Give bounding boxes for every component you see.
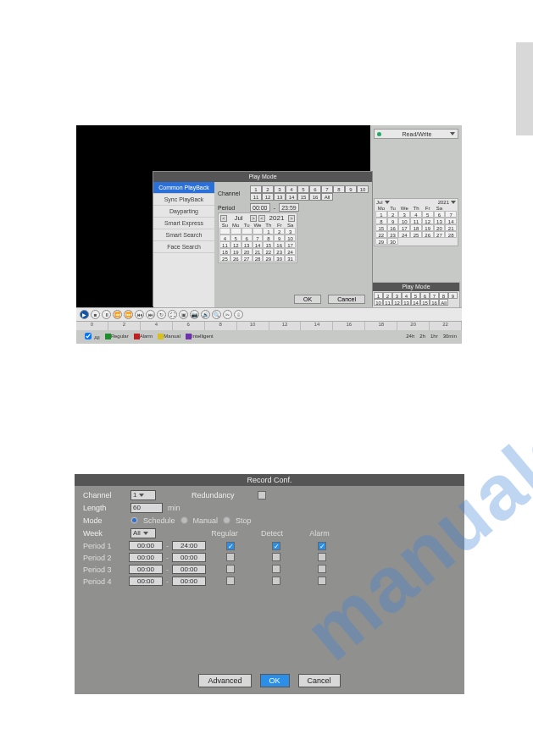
export-button[interactable]: ⇩ [234,310,243,319]
zoom-24h-button[interactable]: 24h [406,334,414,339]
prev-year-button[interactable]: < [258,215,265,222]
mode-schedule-radio[interactable] [130,516,138,524]
period2-from-input[interactable] [129,553,163,562]
length-unit: min [168,504,180,512]
period1-alarm-checkbox[interactable] [318,542,326,550]
clip-button[interactable]: ✂ [223,310,232,319]
zoom-2h-button[interactable]: 2h [419,334,425,339]
mode-stop-radio[interactable] [223,516,230,524]
next-year-button[interactable]: > [288,215,295,222]
period4-regular-checkbox[interactable] [226,577,235,585]
period4-label: Period 4 [83,577,125,586]
cancel-button[interactable]: Cancel [298,674,341,687]
period4-detect-checkbox[interactable] [272,577,280,585]
split-button[interactable]: ▣ [179,310,188,319]
channel-select[interactable]: 1 [130,490,156,500]
advanced-button[interactable]: Advanced [198,674,251,687]
channel-label: Channel [218,190,247,196]
prev-frame-button[interactable]: ⏮ [135,310,144,319]
channel-grid-small: 12345678 910111213141516 All [373,291,459,306]
zoom-30min-button[interactable]: 30min [443,334,457,339]
period2-to-input[interactable] [172,553,206,562]
mode-schedule-label: Schedule [143,516,175,525]
mode-stop-label: Stop [236,516,252,525]
playback-screenshot: Read/Write Jul 2021 Mo Tu We Th Fr Sa 12… [76,125,462,344]
next-frame-button[interactable]: ⏭ [146,310,155,319]
regular-header: Regular [203,529,246,538]
status-dot-icon [377,132,381,136]
week-select[interactable]: All [130,528,156,538]
audio-button[interactable]: 🔊 [201,310,210,319]
period4-alarm-checkbox[interactable] [318,577,326,585]
regular-swatch [105,334,111,339]
period2-label: Period 2 [83,554,125,562]
period3-alarm-checkbox[interactable] [318,565,326,573]
period-label: Period [218,205,247,211]
period-from-input[interactable]: 00:00 [250,203,270,212]
sidebar-item-smart-express[interactable]: Smart Express [153,218,214,229]
stop-button[interactable]: ■ [91,310,100,319]
zoom-1hr-button[interactable]: 1hr [430,334,438,339]
playback-controls: ▶ ■ ⏸ ⏪ ⏩ ⏮ ⏭ ↻ ⛶ ▣ 📷 🔊 🔍 ✂ ⇩ [76,307,462,321]
period2-alarm-checkbox[interactable] [318,553,326,561]
length-label: Length [83,504,125,512]
sidebar-item-sync-playback[interactable]: Sync PlayBack [153,194,214,206]
page-side-tab [516,42,533,135]
sidebar-item-smart-search[interactable]: Smart Search [153,229,214,241]
period2-regular-checkbox[interactable] [226,553,235,561]
sidebar-item-face-search[interactable]: Face Search [153,241,214,253]
dialog-main: Channel 12345678910 111213141516All Peri… [214,182,372,307]
period4-to-input[interactable] [172,577,206,586]
period2-detect-checkbox[interactable] [272,553,280,561]
cancel-button[interactable]: Cancel [328,295,365,304]
snapshot-button[interactable]: 📷 [190,310,199,319]
period1-to-input[interactable] [172,541,206,550]
pause-button[interactable]: ⏸ [102,310,111,319]
all-checkbox[interactable] [85,333,92,339]
cal-year: 2021 [438,200,449,205]
mode-manual-radio[interactable] [180,516,188,524]
period-to-input[interactable]: 23:59 [279,203,299,212]
length-input[interactable] [130,503,163,513]
record-conf-title: Record Conf. [75,474,464,486]
period1-from-input[interactable] [129,541,163,550]
chevron-down-icon [385,201,390,204]
dialog-calendar[interactable]: < Jul > < 2021 > SuMoTuWeThFrSa 123 4567… [218,212,297,263]
alarm-header: Alarm [298,529,341,538]
zoom-button[interactable]: 🔍 [212,310,221,319]
fullscreen-button[interactable]: ⛶ [168,310,177,319]
mode-manual-label: Manual [193,516,219,525]
ok-button[interactable]: OK [294,295,321,304]
play-button[interactable]: ▶ [80,310,89,319]
timeline[interactable]: 0246810121416182022 [76,321,462,330]
dialog-title: Play Mode [153,172,372,182]
period1-detect-checkbox[interactable] [272,542,280,550]
period3-regular-checkbox[interactable] [226,565,235,573]
loop-button[interactable]: ↻ [157,310,166,319]
ok-button[interactable]: OK [260,674,290,687]
redundancy-label: Redundancy [192,491,253,499]
sidebar-item-dayparting[interactable]: Dayparting [153,206,214,218]
sidebar-item-common-playback[interactable]: Common PlayBack [153,182,214,194]
week-label: Week [83,529,125,538]
period3-from-input[interactable] [129,565,163,574]
right-calendar[interactable]: Jul 2021 Mo Tu We Th Fr Sa 123456 789101… [374,198,458,246]
detect-header: Detect [251,529,293,538]
record-conf-screenshot: Record Conf. Channel 1 Redundancy Length… [75,474,464,694]
period1-regular-checkbox[interactable] [226,542,235,550]
period3-detect-checkbox[interactable] [272,565,280,573]
chevron-down-icon [450,132,455,135]
rewind-button[interactable]: ⏪ [113,310,122,319]
next-month-button[interactable]: > [250,215,257,222]
channel-grid: 12345678910 111213141516All [250,185,369,201]
period4-from-input[interactable] [129,577,163,586]
prev-month-button[interactable]: < [220,215,227,222]
dash: - [166,542,169,550]
playmode-title: Play Mode [373,283,459,291]
period3-to-input[interactable] [172,565,206,574]
forward-button[interactable]: ⏩ [124,310,133,319]
channel-label: Channel [83,491,125,499]
read-write-select[interactable]: Read/Write [374,129,458,139]
redundancy-checkbox[interactable] [258,491,266,499]
dialog-sidebar: Common PlayBack Sync PlayBack Dayparting… [153,182,214,307]
